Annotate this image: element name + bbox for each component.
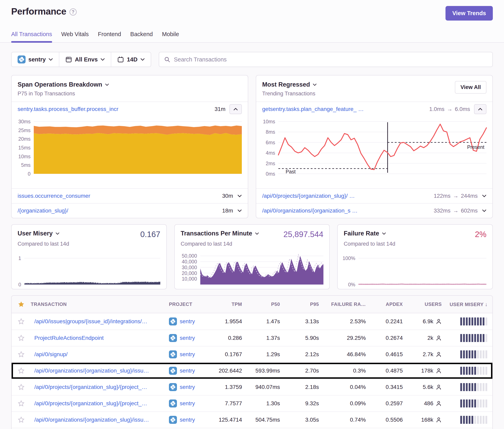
tpm-chart[interactable]: 50,00040,00030,00020,00010,000 — [175, 249, 330, 285]
tab-all-transactions[interactable]: All Transactions — [11, 31, 52, 42]
column-header-p50[interactable]: P50 — [247, 301, 285, 307]
expand-button[interactable] — [482, 194, 486, 197]
environment-selector[interactable]: All Envs — [59, 52, 111, 67]
span-ops-link[interactable]: issues.occurrence_consumer — [18, 193, 218, 199]
span-ops-link[interactable]: /{organization_slug}/ — [18, 208, 218, 214]
tab-web-vitals[interactable]: Web Vitals — [61, 31, 89, 42]
failure-rate-dropdown[interactable]: Failure Rate — [344, 230, 386, 237]
table-row[interactable]: /api/0/organizations/{organization_slug}… — [12, 411, 492, 428]
transaction-link[interactable]: /api/0/projects/{organization_slug}/{pro… — [31, 384, 169, 390]
chevron-up-icon — [234, 108, 238, 111]
span-ops-title-dropdown[interactable]: Span Operations Breakdown — [18, 81, 109, 88]
arrow-right-icon: → — [447, 106, 452, 112]
tab-frontend[interactable]: Frontend — [98, 31, 121, 42]
environment-selector-label: All Envs — [75, 56, 98, 63]
expand-button[interactable] — [237, 209, 242, 212]
failure-rate-cell: 0.09% — [324, 400, 371, 407]
table-row[interactable] — [12, 428, 492, 429]
users-cell: 178k — [407, 368, 447, 374]
star-outline-icon — [18, 351, 25, 358]
star-toggle[interactable] — [12, 367, 31, 374]
regression-chart[interactable]: 10ms8ms6ms4ms2ms0msPastPresent — [256, 116, 492, 176]
chevron-down-icon — [237, 209, 242, 212]
python-project-icon — [169, 317, 177, 325]
user-misery-card: User Misery 0.167 Compared to last 14d 1… — [11, 224, 167, 289]
table-row[interactable]: /api/0/projects/{organization_slug}/{pro… — [12, 395, 492, 411]
view-all-button[interactable]: View All — [455, 81, 486, 94]
project-cell[interactable]: sentry — [169, 383, 212, 391]
failure-rate-subtitle: Compared to last 14d — [344, 241, 492, 247]
project-cell[interactable]: sentry — [169, 416, 212, 424]
column-header-p95[interactable]: P95 — [285, 301, 324, 307]
collapse-button[interactable] — [229, 104, 242, 114]
regressed-change: 332ms → 602ms — [434, 208, 478, 214]
column-header-failure-rate[interactable]: FAILURE RA… — [324, 301, 371, 307]
expand-button[interactable] — [482, 209, 486, 212]
page-header: Performance ? View Trends All Transactio… — [0, 0, 504, 43]
tpm-cell: 202.6442 — [212, 368, 247, 374]
transaction-link[interactable]: /api/0/issues|groups/{issue_id}/integrat… — [31, 318, 169, 325]
column-header-transaction[interactable]: TRANSACTION — [31, 301, 169, 307]
column-header-project[interactable]: PROJECT — [169, 301, 212, 307]
date-range-label: 14D — [127, 56, 137, 63]
tpm-dropdown[interactable]: Transactions Per Minute — [181, 230, 259, 237]
star-toggle[interactable] — [12, 416, 31, 423]
failure-rate-chart[interactable]: 100%0% — [338, 258, 492, 285]
user-misery-bar — [447, 317, 492, 325]
tab-backend[interactable]: Backend — [130, 31, 153, 42]
starred-filter-header[interactable] — [12, 301, 31, 308]
regressed-change: 122ms → 244ms — [434, 193, 478, 199]
column-header-apdex[interactable]: APDEX — [371, 301, 407, 307]
table-row[interactable]: /api/0/projects/{organization_slug}/{pro… — [12, 379, 492, 395]
expand-button[interactable] — [237, 194, 242, 197]
transaction-link[interactable]: /api/0/organizations/{organization_slug}… — [31, 417, 169, 423]
column-header-users[interactable]: USERS — [407, 301, 447, 307]
collapse-button[interactable] — [474, 104, 486, 114]
regressed-link[interactable]: /api/0/organizations/{organization_s … — [262, 208, 430, 214]
star-toggle[interactable] — [12, 384, 31, 391]
table-row[interactable]: /api/0/signup/ sentry 0.1767 1.29s 2.12s… — [12, 346, 492, 362]
most-regressed-title-dropdown[interactable]: Most Regressed — [262, 81, 317, 88]
transaction-link[interactable]: ProjectRuleActionsEndpoint — [31, 335, 169, 341]
window-icon — [65, 56, 72, 63]
project-cell[interactable]: sentry — [169, 367, 212, 375]
transaction-link[interactable]: /api/0/projects/{organization_slug}/{pro… — [31, 400, 169, 407]
project-cell[interactable]: sentry — [169, 400, 212, 407]
failure-rate-cell: 2.53% — [324, 318, 371, 325]
p95-cell: 3.13s — [285, 318, 324, 325]
apdex-cell: 0.2674 — [371, 335, 407, 341]
users-cell: 6.9k — [407, 318, 447, 325]
star-toggle[interactable] — [12, 335, 31, 341]
transaction-link[interactable]: /api/0/organizations/{organization_slug}… — [31, 368, 169, 374]
span-ops-link[interactable]: sentry.tasks.process_buffer.process_incr — [18, 106, 211, 112]
regressed-link[interactable]: /api/0/projects/{organization_slug}/ … — [262, 193, 430, 199]
p50-cell: 1.47s — [247, 318, 285, 325]
tpm-subtitle: Compared to last 14d — [181, 241, 330, 247]
transaction-link[interactable]: /api/0/signup/ — [31, 351, 169, 358]
table-row[interactable]: ProjectRuleActionsEndpoint sentry 0.286 … — [12, 330, 492, 346]
date-range-selector[interactable]: 14D — [111, 52, 151, 67]
apdex-cell: 0.2241 — [371, 318, 407, 325]
project-cell[interactable]: sentry — [169, 317, 212, 325]
project-cell[interactable]: sentry — [169, 334, 212, 342]
star-toggle[interactable] — [12, 400, 31, 407]
tab-mobile[interactable]: Mobile — [162, 31, 179, 42]
user-misery-chart[interactable]: 10 — [12, 258, 166, 285]
column-header-tpm[interactable]: TPM — [212, 301, 247, 307]
search-input[interactable] — [174, 56, 488, 63]
regressed-link[interactable]: getsentry.tasks.plan_change_feature_ … — [262, 106, 425, 112]
project-link: sentry — [180, 400, 195, 407]
star-outline-icon — [18, 318, 25, 325]
project-cell[interactable]: sentry — [169, 350, 212, 358]
column-header-user-misery[interactable]: USER MISERY ↓ — [447, 301, 492, 307]
users-cell: 486 — [407, 400, 447, 407]
star-toggle[interactable] — [12, 318, 31, 325]
view-trends-button[interactable]: View Trends — [445, 6, 493, 21]
project-selector[interactable]: sentry — [12, 52, 59, 67]
table-row[interactable]: /api/0/organizations/{organization_slug}… — [12, 362, 492, 379]
span-ops-chart[interactable]: 30ms25ms20ms15ms10ms5ms0 — [12, 116, 248, 176]
table-row[interactable]: /api/0/issues|groups/{issue_id}/integrat… — [12, 313, 492, 330]
user-misery-dropdown[interactable]: User Misery — [18, 230, 60, 237]
help-icon[interactable]: ? — [70, 8, 77, 16]
star-toggle[interactable] — [12, 351, 31, 358]
